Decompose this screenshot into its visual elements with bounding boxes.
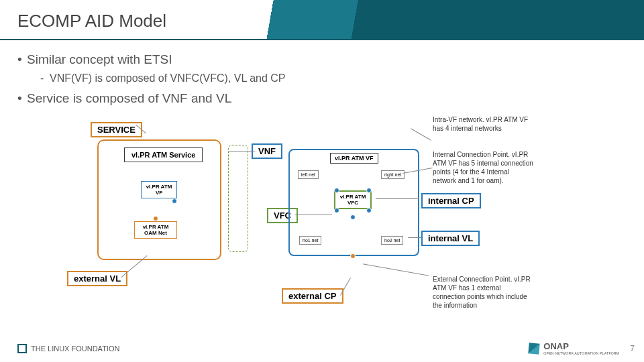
note-intra-vf: Intra-VF network. vI.PR ATM VF has 4 int… [433,115,533,133]
label-vnf: VNF [252,143,282,159]
slide-title: ECOMP AID Model [17,11,166,32]
net-ho2: ho2 net [381,236,403,245]
cp-dot-1 [172,198,177,204]
arrow-note-extcp [363,263,429,276]
bullet-1: Similar concept with ETSI [17,52,627,67]
cp-int-3 [334,208,339,213]
label-external-vl: external VL [67,271,127,286]
content-area: Similar concept with ETSI VNF(VF) is com… [17,52,627,111]
arrow-ext-cp [340,278,351,295]
bullet-2: Service is composed of VNF and VL [17,91,627,106]
linux-foundation-logo: THE LINUX FOUNDATION [17,344,119,353]
net-left: left net [298,170,319,179]
service-name-box: vl.PR ATM Service [124,147,203,162]
note-internal-cp: Internal Connection Point. vI.PR ATM VF … [433,150,533,185]
title-underline [0,39,644,40]
label-internal-vl: internal VL [421,231,480,246]
cp-dot-2 [153,216,158,221]
vfc-box: vI.PR ATM VFC [334,190,372,209]
cp-int-5 [350,215,356,220]
oam-net-box: vI.PR ATM OAM Net [134,221,177,239]
label-internal-cp: internal CP [421,193,481,208]
arrow-int-cp [376,198,419,199]
lf-square-icon [17,344,27,353]
onap-text-wrap: ONAP OPEN NETWORK AUTOMATION PLATFORM [543,341,619,355]
note-external-cp: External Connection Point. vI.PR ATM VF … [433,275,533,310]
cp-int-1 [334,188,339,193]
cp-int-2 [366,188,372,193]
lf-text: THE LINUX FOUNDATION [31,345,119,353]
bullet-1-sub-1: VNF(VF) is composed of VNFC(VFC), VL and… [40,72,627,84]
onap-cube-icon [529,343,540,354]
net-right: right net [381,170,405,179]
onap-text: ONAP [543,341,619,351]
page-number: 7 [630,344,635,353]
label-service: SERVICE [91,122,142,137]
dashed-connector [228,145,248,252]
onap-logo: ONAP OPEN NETWORK AUTOMATION PLATFORM 7 [529,341,635,355]
arrow-int-vl [408,237,421,238]
onap-sub: OPEN NETWORK AUTOMATION PLATFORM [543,351,619,355]
diagram-area: SERVICE VNF VFC external VL external CP … [67,115,577,330]
arrow-vfc [295,215,332,215]
cp-ext-1 [350,253,356,259]
footer: THE LINUX FOUNDATION ONAP OPEN NETWORK A… [17,341,635,355]
arrow-note-intra [411,128,431,140]
vf-title: vI.PR ATM VF [330,153,378,164]
vf-box-left: vI.PR ATM VF [141,181,177,198]
arrow-vnf [228,152,255,152]
label-external-cp: external CP [282,288,343,304]
cp-int-4 [366,208,372,213]
net-ho1: ho1 net [299,236,321,245]
